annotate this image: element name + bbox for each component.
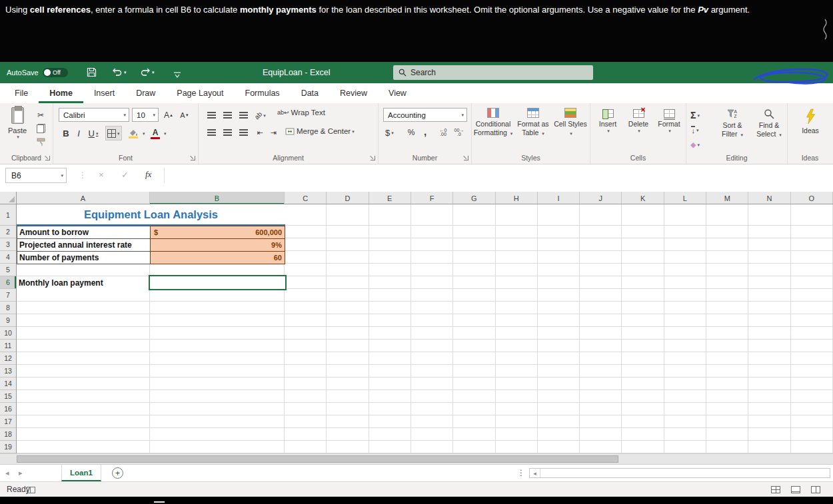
italic-button[interactable]: I	[73, 126, 84, 140]
decrease-font-size-button[interactable]: A▼	[177, 108, 192, 122]
cut-button[interactable]: ✂	[33, 109, 48, 122]
cancel-entry-button[interactable]: ×	[99, 170, 104, 180]
tab-page-layout[interactable]: Page Layout	[166, 83, 234, 103]
macro-record-icon[interactable]	[27, 487, 35, 493]
clipboard-dialog-launcher[interactable]	[45, 156, 50, 160]
merge-center-button[interactable]: Merge & Center▾	[285, 127, 355, 135]
column-header-j[interactable]: J	[580, 192, 622, 204]
cell-b4-value[interactable]: 60	[150, 251, 285, 264]
horizontal-scrollbar[interactable]	[0, 453, 833, 464]
fill-color-button[interactable]	[128, 126, 138, 140]
number-dialog-launcher[interactable]	[464, 156, 468, 160]
column-header-n[interactable]: N	[748, 192, 790, 204]
fill-color-dropdown[interactable]: ▾	[143, 131, 145, 136]
row-header-7[interactable]: 7	[0, 289, 16, 302]
row-header-11[interactable]: 11	[0, 340, 16, 352]
find-select-button[interactable]: Find & Select ▾	[752, 109, 786, 138]
row-header-15[interactable]: 15	[0, 390, 16, 403]
column-header-d[interactable]: D	[327, 192, 369, 204]
tab-formulas[interactable]: Formulas	[235, 83, 291, 103]
column-header-c[interactable]: C	[285, 192, 327, 204]
select-all-corner[interactable]	[0, 192, 17, 204]
ideas-button[interactable]: Ideas	[797, 109, 824, 135]
row-header-12[interactable]: 12	[0, 352, 16, 365]
cell-a2-label[interactable]: Amount to borrow	[17, 226, 151, 239]
column-header-l[interactable]: L	[664, 192, 706, 204]
page-layout-view-button[interactable]	[788, 484, 804, 495]
sheet-nav-left-icon[interactable]: ◂	[5, 469, 9, 477]
row-header-18[interactable]: 18	[0, 428, 16, 441]
column-header-k[interactable]: K	[622, 192, 664, 204]
sheet-tab-loan1[interactable]: Loan1	[61, 465, 101, 481]
column-header-b[interactable]: B	[150, 192, 285, 204]
tab-view[interactable]: View	[378, 83, 417, 103]
row-header-5[interactable]: 5	[0, 264, 16, 276]
tab-draw[interactable]: Draw	[125, 83, 166, 103]
insert-function-button[interactable]: fx	[145, 169, 151, 180]
column-header-m[interactable]: M	[706, 192, 748, 204]
row-header-9[interactable]: 9	[0, 314, 16, 327]
autosum-button[interactable]: Σ▾	[690, 108, 700, 123]
sort-filter-button[interactable]: A Z Sort & Filter ▾	[714, 109, 750, 138]
scrollbar-thumb[interactable]	[17, 455, 618, 463]
comma-style-button[interactable]: ,	[420, 125, 430, 138]
row-header-1[interactable]: 1	[0, 204, 16, 226]
cell-grid[interactable]: Equipment Loan Analysis Amount to borrow…	[17, 204, 833, 453]
row-header-8[interactable]: 8	[0, 302, 16, 314]
font-size-select[interactable]: 10▾	[132, 108, 159, 122]
number-format-select[interactable]: Accounting▾	[383, 108, 467, 122]
column-header-i[interactable]: I	[538, 192, 580, 204]
align-right-button[interactable]	[236, 126, 251, 139]
cell-styles-button[interactable]: Cell Styles ▾	[553, 108, 588, 137]
tab-insert[interactable]: Insert	[83, 83, 125, 103]
autosave-toggle[interactable]: Off	[43, 68, 68, 77]
tab-home[interactable]: Home	[39, 83, 83, 103]
formula-input[interactable]	[167, 168, 833, 183]
row-header-2[interactable]: 2	[0, 226, 16, 238]
accounting-format-button[interactable]: $▾	[385, 126, 394, 139]
normal-view-button[interactable]	[768, 484, 784, 495]
row-header-3[interactable]: 3	[0, 238, 16, 251]
increase-decimal-button[interactable]: ←0.00	[436, 126, 450, 139]
row-header-16[interactable]: 16	[0, 403, 16, 415]
redo-button[interactable]: ▾	[140, 68, 155, 77]
increase-indent-button[interactable]: ⇥	[267, 126, 280, 139]
cell-b2-value[interactable]: $ 600,000	[150, 226, 285, 239]
tab-bar-scrollbar[interactable]: ◂	[529, 468, 830, 478]
cell-b6-active[interactable]	[149, 275, 287, 290]
orientation-button[interactable]: ab▾	[255, 109, 266, 122]
cell-b3-value[interactable]: 9%	[150, 238, 285, 252]
align-left-button[interactable]	[204, 126, 219, 139]
tab-scroll-left-icon[interactable]: ◂	[530, 469, 540, 477]
new-sheet-button[interactable]: +	[112, 467, 123, 479]
cell-a4-label[interactable]: Number of payments	[17, 251, 151, 264]
name-box[interactable]: B6 ▾	[5, 168, 67, 183]
row-header-10[interactable]: 10	[0, 327, 16, 340]
page-break-view-button[interactable]	[808, 484, 824, 495]
percent-style-button[interactable]: %	[405, 126, 417, 139]
row-header-13[interactable]: 13	[0, 365, 16, 378]
conditional-formatting-button[interactable]: Conditional Formatting ▾	[473, 108, 513, 137]
row-header-6[interactable]: 6	[0, 276, 16, 289]
column-header-e[interactable]: E	[369, 192, 411, 204]
decrease-indent-button[interactable]: ⇤	[253, 126, 267, 139]
cell-a1-title[interactable]: Equipment Loan Analysis	[17, 204, 285, 226]
undo-button[interactable]: ▾	[112, 68, 127, 77]
column-header-h[interactable]: H	[496, 192, 538, 204]
top-align-button[interactable]	[204, 109, 219, 122]
format-as-table-button[interactable]: Format as Table ▾	[514, 108, 552, 137]
sheet-nav-right-icon[interactable]: ▸	[19, 469, 23, 477]
copy-button[interactable]	[33, 122, 48, 135]
alignment-dialog-launcher[interactable]	[371, 156, 375, 160]
font-color-dropdown[interactable]: ▾	[164, 131, 167, 136]
tab-data[interactable]: Data	[291, 83, 329, 103]
column-header-a[interactable]: A	[17, 192, 150, 204]
font-color-button[interactable]: A	[151, 125, 160, 141]
delete-cells-button[interactable]: Delete ▾	[624, 109, 653, 133]
insert-cells-button[interactable]: Insert ▾	[593, 109, 622, 133]
tab-file[interactable]: File	[4, 83, 39, 103]
fill-button[interactable]: ↓▾	[690, 123, 700, 137]
font-dialog-launcher[interactable]	[191, 156, 195, 160]
wrap-text-button[interactable]: ab↩ Wrap Text	[277, 109, 325, 117]
underline-button[interactable]: U▾	[85, 126, 101, 140]
